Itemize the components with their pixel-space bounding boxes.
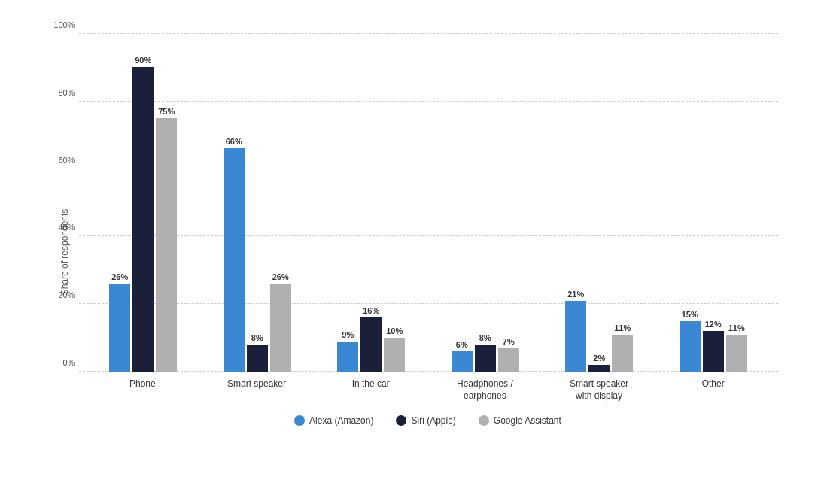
alexa-bar-label-5: 15% [682, 310, 698, 319]
alexa-bar-wrap-1: 66% [224, 137, 245, 372]
siri-bar-5 [703, 331, 724, 372]
alexa-bar-0 [109, 284, 130, 372]
y-tick-40: 40% [58, 223, 75, 232]
bar-group-4: 21%2%11% [543, 290, 657, 372]
google-bar-wrap-2: 10% [384, 326, 405, 372]
google-bar-label-1: 26% [272, 272, 289, 281]
google-bar-wrap-5: 11% [726, 323, 747, 372]
siri-bar-label-1: 8% [251, 333, 263, 342]
alexa-bar-label-0: 26% [111, 272, 128, 281]
alexa-bar-1 [224, 148, 245, 372]
alexa-bar-wrap-0: 26% [109, 272, 130, 372]
google-bar-label-4: 11% [614, 323, 631, 332]
x-label-2: In the car [314, 378, 428, 402]
bar-group-2: 9%16%10% [315, 306, 429, 372]
google-bar-label-3: 7% [503, 337, 515, 346]
google-bar-3 [498, 348, 519, 372]
siri-bar-label-2: 16% [363, 306, 379, 315]
bars-row-3: 6%8%7% [452, 333, 519, 372]
alexa-bar-wrap-3: 6% [452, 340, 473, 372]
siri-bar-2 [360, 317, 382, 372]
alexa-bar-label-4: 21% [567, 290, 584, 299]
siri-bar-1 [247, 345, 268, 372]
alexa-dot [294, 415, 305, 426]
bars-row-4: 21%2%11% [565, 290, 633, 372]
alexa-bar-label-3: 6% [456, 340, 468, 349]
bars-row-2: 9%16%10% [337, 306, 405, 372]
siri-bar-label-4: 2% [593, 354, 605, 363]
siri-label: Siri (Apple) [411, 415, 455, 426]
legend-alexa: Alexa (Amazon) [294, 415, 373, 426]
bars-wrapper: 26%90%75%66%8%26%9%16%10%6%8%7%21%2%11%1… [79, 34, 778, 372]
alexa-bar-wrap-2: 9% [337, 330, 358, 372]
alexa-bar-2 [337, 342, 358, 372]
bars-row-5: 15%12%11% [680, 310, 747, 372]
bar-group-1: 66%8%26% [200, 137, 315, 372]
google-bar-label-2: 10% [386, 326, 403, 335]
google-bar-wrap-3: 7% [498, 337, 519, 372]
x-labels: PhoneSmart speakerIn the carHeadphones /… [78, 378, 778, 402]
chart-area: 100% 80% 60% 40% 20% 0% 26%90%75%66%8%26… [78, 34, 778, 372]
siri-bar-wrap-2: 16% [360, 306, 382, 372]
chart-container: Share of respondents 100% 80% 60% 40% 20… [18, 11, 801, 493]
alexa-label: Alexa (Amazon) [309, 415, 373, 426]
siri-bar-4 [588, 365, 610, 372]
y-tick-100: 100% [53, 20, 75, 29]
siri-bar-wrap-1: 8% [247, 333, 268, 372]
siri-bar-0 [132, 67, 154, 372]
x-label-0: Phone [86, 378, 200, 402]
google-dot [479, 415, 489, 426]
alexa-bar-5 [680, 321, 701, 372]
bars-row-1: 66%8%26% [224, 137, 291, 372]
bar-group-3: 6%8%7% [428, 333, 543, 372]
alexa-bar-label-1: 66% [226, 137, 242, 146]
legend: Alexa (Amazon) Siri (Apple) Google Assis… [78, 415, 778, 426]
y-tick-0: 0% [63, 358, 75, 367]
google-bar-label-5: 11% [728, 323, 745, 332]
x-label-3: Headphones /earphones [428, 378, 543, 402]
siri-bar-label-5: 12% [705, 320, 722, 329]
google-bar-2 [384, 338, 405, 372]
y-tick-80: 80% [58, 88, 75, 97]
alexa-bar-wrap-5: 15% [680, 310, 701, 372]
y-tick-20: 20% [58, 290, 75, 299]
siri-dot [396, 415, 406, 426]
bar-group-0: 26%90%75% [87, 56, 201, 372]
alexa-bar-wrap-4: 21% [565, 290, 586, 372]
siri-bar-wrap-3: 8% [475, 333, 496, 372]
alexa-bar-label-2: 9% [342, 330, 354, 339]
google-bar-0 [156, 118, 177, 372]
google-bar-wrap-0: 75% [156, 107, 177, 372]
x-label-4: Smart speakerwith display [542, 378, 656, 402]
google-bar-wrap-1: 26% [270, 272, 291, 372]
siri-bar-3 [475, 345, 496, 372]
siri-bar-wrap-0: 90% [132, 56, 154, 372]
legend-siri: Siri (Apple) [396, 415, 455, 426]
google-bar-5 [726, 335, 747, 372]
google-bar-label-0: 75% [158, 107, 175, 116]
alexa-bar-4 [565, 301, 586, 372]
x-label-5: Other [656, 378, 771, 402]
siri-bar-wrap-4: 2% [588, 354, 610, 372]
x-label-1: Smart speaker [199, 378, 314, 402]
siri-bar-wrap-5: 12% [703, 320, 724, 372]
y-tick-60: 60% [58, 156, 75, 165]
google-label: Google Assistant [494, 415, 561, 426]
siri-bar-label-0: 90% [135, 56, 151, 65]
legend-google: Google Assistant [479, 415, 561, 426]
y-ticks: 100% 80% 60% 40% 20% 0% [45, 34, 75, 372]
siri-bar-label-3: 8% [479, 333, 491, 342]
alexa-bar-3 [452, 351, 473, 372]
google-bar-1 [270, 284, 291, 372]
google-bar-wrap-4: 11% [612, 323, 633, 372]
bar-group-5: 15%12%11% [656, 310, 771, 372]
bars-row-0: 26%90%75% [109, 56, 177, 372]
google-bar-4 [612, 335, 633, 372]
